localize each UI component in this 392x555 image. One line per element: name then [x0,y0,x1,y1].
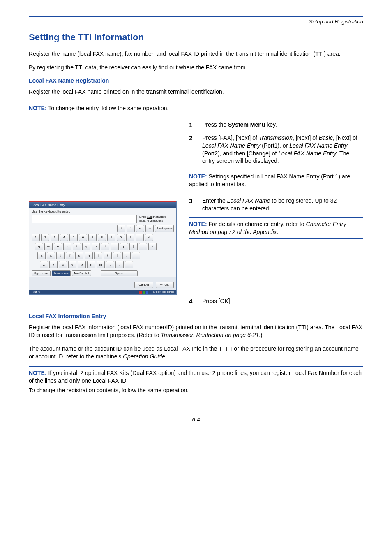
key[interactable]: 7 [88,234,97,241]
step-4-text: Press [OK]. [202,297,232,305]
step-2-text: Press [FAX], [Next] of Transmission, [Ne… [202,134,363,165]
key[interactable]: a [37,252,46,259]
key[interactable]: ] [139,243,147,250]
step-3-text: Enter the Local FAX Name to be registere… [202,197,363,213]
key[interactable]: o [111,243,119,250]
key[interactable]: v [68,261,76,268]
kb-title: Local FAX Name Entry [29,201,176,208]
enter-icon: ↵ [160,283,163,287]
sub1-heading: Local FAX Name Registration [29,77,363,84]
kb-instruction: Use the keyboard to enter. [32,210,174,213]
key[interactable]: x [49,261,58,268]
key[interactable]: p [120,243,128,250]
lower-case-button[interactable]: Lower-case [52,270,71,276]
status-label: Status [32,291,40,294]
key[interactable]: [ [129,243,138,250]
status-icon [146,291,148,294]
step-1-num: 1 [189,121,195,129]
ok-button[interactable]: ↵ OK [156,282,174,288]
key[interactable]: e [54,243,62,250]
note-label: NOTE: [29,105,47,111]
key[interactable]: ; [122,252,131,259]
sub2-para2: The account name or the account ID can b… [29,345,363,361]
step-2-num: 2 [189,134,195,165]
key[interactable]: g [75,252,83,259]
status-icon [139,291,142,294]
kb-row-3: a s d f g h j k l ; : [32,252,174,259]
key[interactable]: k [104,252,112,259]
page-number: 6-4 [192,416,200,423]
note-1: NOTE: To change the entry, follow the sa… [29,102,363,115]
key[interactable]: \ [148,243,157,250]
key[interactable]: j [94,252,102,259]
key[interactable]: 1 [32,234,40,241]
note-2: NOTE: Settings specified in Local FAX Na… [189,170,363,191]
kb-row-1: 1 2 3 4 5 6 7 8 9 0 ! = ^ [32,234,174,241]
status-datetime: 10/10/2010 10:10 [152,291,174,294]
kb-text-input[interactable] [32,215,137,223]
sub1-text: Register the local FAX name printed on i… [29,88,363,96]
key[interactable]: 2 [41,234,49,241]
key[interactable]: = [136,234,144,241]
key[interactable]: w [44,243,53,250]
key[interactable]: h [85,252,93,259]
key[interactable]: / [125,261,133,268]
key[interactable]: n [87,261,95,268]
note-4: NOTE: If you install 2 optional FAX Kits… [29,366,363,397]
sub2-para1: Register the local FAX information (loca… [29,324,363,339]
kb-row-2: q w e r t y u i o p [ ] \ [32,243,174,250]
note-label: NOTE: [29,370,47,376]
key[interactable]: 4 [60,234,68,241]
intro-1: Register the name (local FAX name), fax … [29,50,363,58]
no-symbol-button[interactable]: No./Symbol [72,270,91,276]
key[interactable]: 6 [79,234,87,241]
key[interactable]: t [73,243,81,250]
backspace-key[interactable]: Backspace [155,225,174,232]
keyboard-screenshot: Local FAX Name Entry Use the keyboard to… [29,201,177,295]
key[interactable]: l [113,252,121,259]
key[interactable]: f [66,252,74,259]
note-text: To change the entry, follow the same ope… [47,105,169,111]
key[interactable]: , [106,261,114,268]
note-3: NOTE: For details on character entry, re… [189,217,363,239]
key[interactable]: z [40,261,48,268]
arrow-up-key[interactable]: ↑ [127,225,135,232]
arrow-right-key[interactable]: → [145,225,154,232]
arrow-down-key[interactable]: ↓ [117,225,125,232]
note-label: NOTE: [189,173,207,180]
arrow-left-key[interactable]: ← [136,225,144,232]
kb-row-4: z x c v b n m , . / [32,261,174,268]
key[interactable]: d [56,252,65,259]
key[interactable]: ! [126,234,134,241]
note-text-2: To change the registration contents, fol… [29,386,363,394]
key[interactable]: i [101,243,109,250]
key[interactable]: 0 [117,234,125,241]
status-icon [143,291,145,294]
key[interactable]: r [63,243,71,250]
step-3-num: 3 [189,197,195,213]
step-1-text: Press the System Menu key. [202,121,277,129]
key[interactable]: y [82,243,90,250]
intro-2: By registering the TTI data, the receive… [29,64,363,72]
key[interactable]: 8 [98,234,106,241]
cancel-button[interactable]: Cancel [134,282,154,288]
key[interactable]: ^ [145,234,153,241]
note-label: NOTE: [189,221,207,227]
key[interactable]: m [97,261,105,268]
key[interactable]: c [59,261,67,268]
key[interactable]: 3 [51,234,59,241]
key[interactable]: 9 [107,234,115,241]
page-title: Setting the TTI information [29,32,363,43]
key[interactable]: . [115,261,124,268]
key[interactable]: q [35,243,43,250]
key[interactable]: b [78,261,86,268]
key[interactable]: : [132,252,140,259]
key[interactable]: s [47,252,55,259]
key[interactable]: 5 [69,234,78,241]
sub2-heading: Local FAX Information Entry [29,313,363,319]
kb-limit: Limit: 128 characters Input: 0 character… [138,215,174,223]
upper-case-button[interactable]: Upper-case [32,270,51,276]
header-section: Setup and Registration [29,18,363,25]
key[interactable]: u [92,243,100,250]
space-button[interactable]: Space [101,270,138,276]
